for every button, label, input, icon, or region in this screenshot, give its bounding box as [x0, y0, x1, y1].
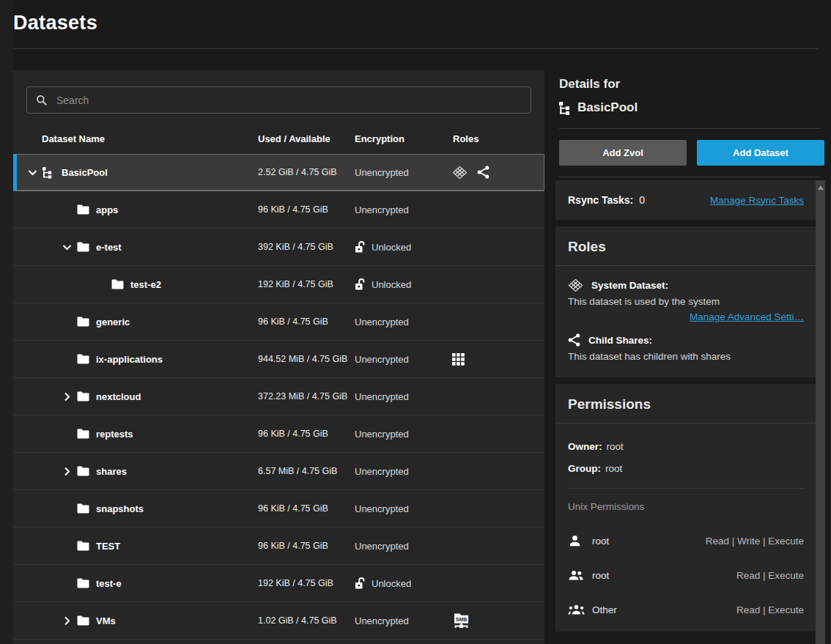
chevron-right-icon[interactable] [59, 616, 74, 626]
chevron-down-icon[interactable] [25, 169, 40, 176]
roles-heading: Roles [568, 237, 804, 256]
encryption-cell: Unencrypted [355, 429, 447, 440]
used-available-cell: 2.52 GiB / 4.75 GiB [258, 163, 355, 181]
used-available-cell: 96 KiB / 4.75 GiB [258, 313, 355, 330]
encryption-cell: Unencrypted [355, 204, 447, 215]
group-value: root [605, 463, 622, 476]
dataset-name: e-test [96, 242, 122, 253]
permission-values: Read | Execute [736, 570, 804, 581]
dataset-name-cell: generic [13, 317, 258, 327]
permissions-inset-divider [568, 488, 804, 489]
used-available-cell: 96 KiB / 4.75 GiB [258, 537, 355, 555]
table-row[interactable]: reptests96 KiB / 4.75 GiBUnencrypted [13, 415, 544, 453]
search-box[interactable] [26, 86, 531, 114]
manage-advanced-settings-link[interactable]: Manage Advanced Setti… [690, 311, 804, 322]
used-available-cell: 192 KiB / 4.75 GiB [258, 574, 355, 592]
permissions-heading: Permissions [568, 395, 804, 414]
roles-cell [447, 166, 544, 179]
permissions-card: Permissions Owner: root Group: root Unix… [555, 384, 816, 632]
permission-subject: Other [592, 604, 617, 615]
child-shares-icon [568, 333, 580, 347]
roles-divider [555, 265, 816, 266]
used-available-cell: 372.23 MiB / 4.75 GiB [258, 388, 355, 405]
datasets-table-card: Dataset Name Used / Available Encryption… [13, 70, 544, 644]
used-available-cell: 392 KiB / 4.75 GiB [258, 238, 355, 256]
dataset-table-body: BasicPool2.52 GiB / 4.75 GiBUnencrypteda… [13, 154, 544, 640]
table-row[interactable]: VMs1.02 GiB / 4.75 GiBUnencryptedSMB [13, 602, 544, 640]
dataset-name-cell: apps [13, 204, 258, 215]
table-row[interactable]: snapshots96 KiB / 4.75 GiBUnencrypted [13, 490, 544, 528]
add-dataset-button[interactable]: Add Dataset [697, 140, 824, 166]
unix-permissions-label: Unix Permissions [568, 501, 804, 514]
encryption-cell: Unencrypted [355, 317, 447, 327]
search-input[interactable] [55, 94, 522, 107]
table-row[interactable]: apps96 KiB / 4.75 GiBUnencrypted [13, 191, 544, 229]
table-row[interactable]: ix-applications944.52 MiB / 4.75 GiBUnen… [13, 341, 544, 378]
datasets-page: Datasets Dataset Name Used / Available E… [0, 0, 831, 644]
folder-icon [77, 354, 91, 364]
lock-open-icon [355, 577, 366, 590]
folder-icon [111, 279, 125, 289]
table-row[interactable]: TEST96 KiB / 4.75 GiBUnencrypted [13, 528, 544, 565]
table-row[interactable]: e-test392 KiB / 4.75 GiBUnlocked [13, 229, 544, 266]
column-header-roles[interactable]: Roles [447, 133, 544, 144]
encryption-state: Unencrypted [355, 317, 409, 327]
applications-icon [452, 353, 465, 366]
scroll-up-arrow-icon[interactable] [818, 185, 824, 190]
owner-row: Owner: root [568, 441, 804, 454]
table-row[interactable]: BasicPool2.52 GiB / 4.75 GiBUnencrypted [13, 154, 544, 191]
page-divider [13, 48, 819, 49]
chevron-right-icon[interactable] [59, 467, 74, 476]
roles-cell: SMB [447, 612, 544, 629]
dataset-name-cell: BasicPool [13, 166, 258, 179]
unix-permission-row: OtherRead | Execute [568, 602, 804, 617]
column-header-encryption[interactable]: Encryption [355, 133, 447, 144]
dataset-name: nextcloud [96, 391, 141, 402]
dataset-name: reptests [96, 429, 133, 440]
dataset-name-cell: test-e [13, 578, 258, 589]
encryption-state: Unencrypted [355, 167, 409, 178]
system-dataset-label: System Dataset: [591, 280, 668, 291]
dataset-name-cell: reptests [13, 429, 258, 440]
chevron-right-icon[interactable] [59, 392, 74, 401]
details-heading: Details for [559, 76, 825, 92]
dataset-name-cell: nextcloud [13, 391, 258, 402]
dataset-name: shares [96, 466, 127, 477]
encryption-cell: Unencrypted [355, 391, 447, 402]
dataset-name: BasicPool [62, 167, 108, 178]
rsync-tasks: Rsync Tasks: 0 [568, 194, 645, 206]
column-header-dataset-name[interactable]: Dataset Name [13, 133, 258, 144]
folder-icon [77, 317, 91, 327]
column-header-used-available[interactable]: Used / Available [258, 133, 355, 144]
add-zvol-button[interactable]: Add Zvol [559, 140, 687, 166]
encryption-state: Unencrypted [355, 354, 409, 365]
dataset-root-icon [43, 166, 56, 179]
encryption-state: Unlocked [372, 279, 411, 290]
encryption-state: Unencrypted [355, 204, 409, 215]
lock-open-icon [355, 240, 366, 253]
permission-subject: root [592, 536, 609, 547]
table-row[interactable]: nextcloud372.23 MiB / 4.75 GiBUnencrypte… [13, 378, 544, 415]
chevron-down-icon[interactable] [59, 244, 74, 251]
folder-icon [77, 578, 91, 588]
rsync-tasks-card: Rsync Tasks: 0 Manage Rsync Tasks [555, 180, 816, 220]
manage-rsync-tasks-link[interactable]: Manage Rsync Tasks [710, 195, 804, 206]
unix-permission-row: rootRead | Execute [568, 568, 804, 582]
roles-cell [447, 353, 544, 366]
dataset-name-cell: snapshots [13, 503, 258, 514]
dataset-name: generic [96, 317, 130, 327]
table-row[interactable]: test-e2192 KiB / 4.75 GiBUnlocked [13, 266, 544, 303]
table-row[interactable]: shares6.57 MiB / 4.75 GiBUnencrypted [13, 453, 544, 490]
system-dataset-icon [568, 278, 583, 292]
encryption-cell: Unlocked [355, 577, 447, 590]
dataset-name-cell: test-e2 [13, 279, 258, 290]
owner-label: Owner: [568, 441, 602, 454]
encryption-state: Unencrypted [355, 541, 409, 552]
table-row[interactable]: generic96 KiB / 4.75 GiBUnencrypted [13, 303, 544, 341]
dataset-name-cell: shares [13, 466, 258, 477]
details-scrollbar[interactable] [816, 180, 825, 644]
child-shares-description: This dataset has children with shares [568, 351, 804, 363]
group-label: Group: [568, 463, 601, 476]
table-row[interactable]: test-e192 KiB / 4.75 GiBUnlocked [13, 565, 544, 602]
encryption-state: Unencrypted [355, 429, 409, 440]
